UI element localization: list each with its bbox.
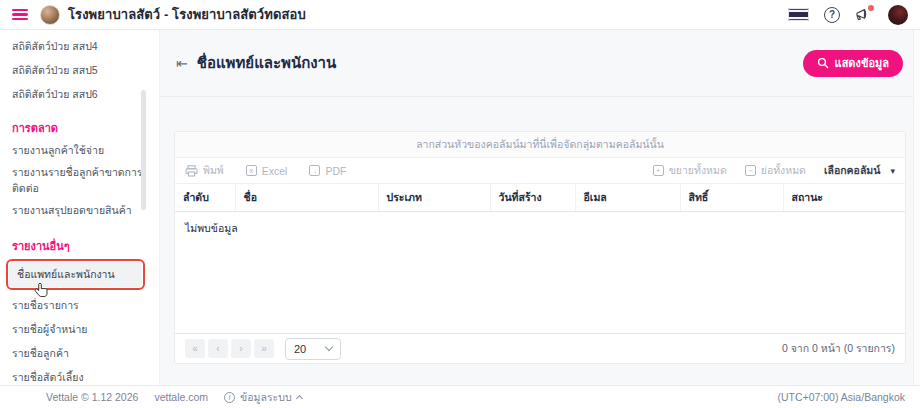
page-header: ⇤ ชื่อแพทย์และพนักงาน แสดงข้อมูล — [160, 30, 913, 97]
grid-toolbar: พิมพ์ x Excel ↓ PDF + ขยายทั้งหมด − — [175, 158, 905, 183]
clinic-logo-avatar[interactable] — [40, 5, 60, 25]
data-grid: ลากส่วนหัวของคอลัมน์มาที่นี่เพื่อจัดกลุ่… — [174, 131, 906, 364]
page-title: ชื่อแพทย์และพนักงาน — [197, 51, 337, 75]
grid-table: ลำดับ ชื่อ ประเภท วันที่สร้าง อีเมล สิทธ… — [175, 183, 905, 212]
sidebar-section-other-reports: รายงานอื่นๆ — [0, 236, 159, 256]
page-size-value: 20 — [294, 343, 306, 355]
sidebar-item-customer-spending-report[interactable]: รายงานลูกค้าใช้จ่าย — [0, 138, 159, 162]
sidebar-item-stat-ssp6[interactable]: สถิติสัตว์ป่วย สสป6 — [0, 82, 159, 106]
sidebar-item-lost-contact-customers-report[interactable]: รายงานรายชื่อลูกค้าขาดการติดต่อ — [0, 162, 159, 198]
sidebar-active-item-highlight: ชื่อแพทย์และพนักงาน — [6, 259, 145, 290]
footer-site-link[interactable]: vettale.com — [154, 391, 208, 403]
main-content: ⇤ ชื่อแพทย์และพนักงาน แสดงข้อมูล ลากส่วน… — [160, 30, 913, 385]
system-info-toggle[interactable]: i ข้อมูลระบบ — [224, 389, 301, 406]
grid-header-row: ลำดับ ชื่อ ประเภท วันที่สร้าง อีเมล สิทธ… — [175, 184, 905, 212]
pdf-label: PDF — [325, 165, 346, 177]
first-page-button[interactable]: « — [185, 339, 205, 358]
collapse-all-button[interactable]: − ย่อทั้งหมด — [745, 162, 806, 179]
chevron-up-icon — [296, 394, 303, 401]
sidebar-section-marketing: การตลาด — [0, 118, 159, 138]
show-data-button-label: แสดงข้อมูล — [835, 54, 889, 72]
excel-label: Excel — [262, 165, 288, 177]
excel-file-icon: x — [246, 165, 257, 176]
sidebar-item-item-list[interactable]: รายชื่อรายการ — [0, 293, 159, 317]
sidebar-item-customer-list[interactable]: รายชื่อลูกค้า — [0, 341, 159, 365]
collapse-sidebar-icon[interactable]: ⇤ — [176, 56, 188, 70]
footer-copyright: Vettale © 1.12 2026 — [46, 391, 138, 403]
sidebar: สถิติสัตว์ป่วย สสป4 สถิติสัตว์ป่วย สสป5 … — [0, 30, 160, 385]
footer: Vettale © 1.12 2026 vettale.com i ข้อมูล… — [0, 385, 920, 408]
choose-columns-label: เลือกคอลัมน์ — [824, 162, 881, 179]
sidebar-item-supplier-list[interactable]: รายชื่อผู้จำหน่าย — [0, 317, 159, 341]
group-by-drop-area[interactable]: ลากส่วนหัวของคอลัมน์มาที่นี่เพื่อจัดกลุ่… — [175, 132, 905, 158]
column-header-type[interactable]: ประเภท — [378, 184, 490, 212]
column-header-status[interactable]: สถานะ — [783, 184, 905, 212]
export-excel-button[interactable]: x Excel — [246, 165, 288, 177]
chevron-down-icon: ▾ — [890, 166, 895, 176]
choose-columns-button[interactable]: เลือกคอลัมน์ ▾ — [824, 162, 895, 179]
hospital-title: โรงพยาบาลสัตว์ - โรงพยาบาลสัตว์ทดสอบ — [68, 4, 306, 25]
print-label: พิมพ์ — [203, 162, 224, 179]
app-window: โรงพยาบาลสัตว์ - โรงพยาบาลสัตว์ทดสอบ ? ส… — [0, 0, 920, 408]
last-page-button[interactable]: » — [254, 339, 274, 358]
system-info-label: ข้อมูลระบบ — [240, 389, 291, 406]
expand-all-icon: + — [653, 165, 664, 176]
next-page-button[interactable]: › — [231, 339, 251, 358]
help-icon[interactable]: ? — [824, 7, 840, 23]
column-header-name[interactable]: ชื่อ — [235, 184, 378, 212]
column-header-permission[interactable]: สิทธิ์ — [680, 184, 783, 212]
chevron-down-icon — [325, 343, 333, 351]
expand-all-button[interactable]: + ขยายทั้งหมด — [653, 162, 727, 179]
column-header-created-date[interactable]: วันที่สร้าง — [490, 184, 575, 212]
top-header: โรงพยาบาลสัตว์ - โรงพยาบาลสัตว์ทดสอบ ? — [0, 0, 920, 30]
timezone-label: (UTC+07:00) Asia/Bangkok — [777, 391, 905, 403]
header-actions: ? — [788, 5, 908, 25]
info-icon: i — [224, 392, 235, 403]
page-scrollbar-track[interactable] — [913, 30, 920, 385]
grid-pagination: « ‹ › » 20 0 จาก 0 หน้า (0 รายการ) — [175, 333, 905, 363]
user-avatar[interactable] — [888, 5, 908, 25]
grid-empty-message: ไม่พบข้อมูล — [175, 212, 905, 245]
sidebar-item-product-sales-summary-report[interactable]: รายงานสรุปยอดขายสินค้า — [0, 198, 159, 222]
collapse-all-label: ย่อทั้งหมด — [761, 162, 806, 179]
export-pdf-button[interactable]: ↓ PDF — [309, 165, 346, 177]
prev-page-button[interactable]: ‹ — [208, 339, 228, 358]
page-size-select[interactable]: 20 — [285, 338, 341, 360]
hamburger-menu-icon[interactable] — [12, 9, 28, 21]
column-header-email[interactable]: อีเมล — [575, 184, 680, 212]
hand-cursor-icon — [34, 282, 49, 299]
notification-badge — [868, 5, 874, 11]
sidebar-scrollbar[interactable] — [141, 90, 146, 210]
thai-flag-icon[interactable] — [788, 8, 809, 21]
sidebar-item-stat-ssp4[interactable]: สถิติสัตว์ป่วย สสป4 — [0, 34, 159, 58]
print-button[interactable]: พิมพ์ — [185, 162, 224, 179]
printer-icon — [185, 165, 198, 177]
grid-toolbar-right: + ขยายทั้งหมด − ย่อทั้งหมด เลือกคอลัมน์ … — [635, 162, 895, 179]
pdf-file-icon: ↓ — [309, 165, 320, 176]
expand-all-label: ขยายทั้งหมด — [669, 162, 727, 179]
sidebar-item-doctors-and-staff[interactable]: ชื่อแพทย์และพนักงาน — [9, 262, 142, 287]
column-header-order[interactable]: ลำดับ — [175, 184, 235, 212]
grid-body-blank — [175, 245, 905, 333]
sidebar-item-stat-ssp5[interactable]: สถิติสัตว์ป่วย สสป5 — [0, 58, 159, 82]
search-icon — [817, 57, 829, 69]
announcements-button[interactable] — [855, 7, 873, 23]
show-data-button[interactable]: แสดงข้อมูล — [803, 50, 903, 77]
pagination-summary: 0 จาก 0 หน้า (0 รายการ) — [782, 340, 895, 357]
collapse-all-icon: − — [745, 165, 756, 176]
